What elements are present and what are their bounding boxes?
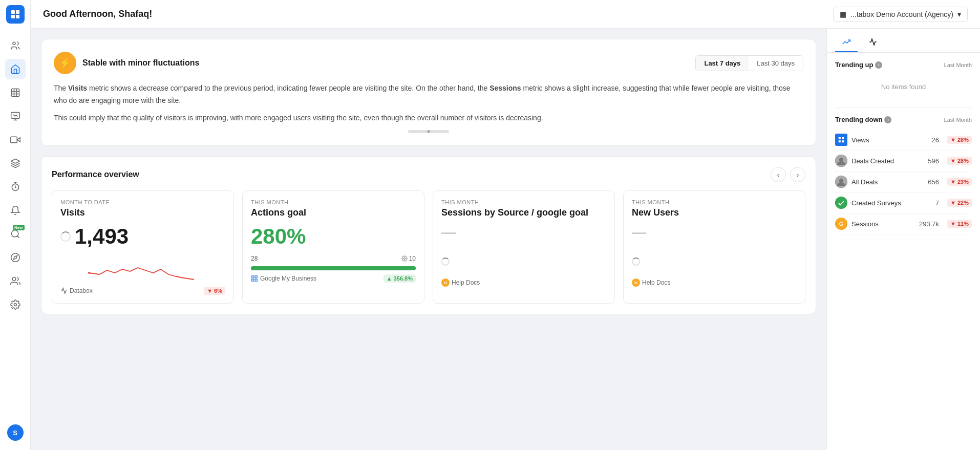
svg-rect-31 [842,137,844,139]
date-toggle: Last 7 days Last 30 days [695,55,803,71]
page-greeting: Good Afternoon, Shafaq! [43,9,833,19]
metric-label-sessions: This Month [441,199,606,205]
next-arrow[interactable]: › [790,167,805,182]
date-btn-30days[interactable]: Last 30 days [749,56,803,71]
svg-marker-20 [13,255,17,259]
svg-rect-32 [839,140,841,142]
metric-name-visits: Visits [60,207,225,218]
svg-point-23 [88,272,90,274]
svg-point-38 [835,197,847,209]
trending-down-section: Trending down i Last Month Views 26 ▼ 28… [827,108,980,243]
svg-point-17 [11,230,18,237]
trend-row-all-deals: All Deals 656 ▼ 23% [835,172,972,192]
metric-footer-sessions: H Help Docs [441,278,606,287]
metric-card-newusers: This Month New Users — H Help Docs [623,190,805,304]
sidebar-item-layers[interactable] [5,153,26,174]
trend-badge-all-deals: ▼ 23% [947,178,972,186]
sidebar-item-chart[interactable] [5,106,26,126]
sidebar-item-new[interactable]: New [5,224,26,244]
main-wrapper: Good Afternoon, Shafaq! ▦ ...tabox Demo … [31,0,980,450]
sidebar-item-users[interactable] [5,35,26,56]
metric-label-actions: This Month [251,199,416,205]
sidebar-item-numbers[interactable] [5,82,26,103]
svg-rect-27 [255,276,257,278]
sidebar-item-compass[interactable] [5,247,26,268]
svg-point-21 [12,277,16,281]
trending-down-title: Trending down i [835,116,891,123]
trend-badge-views: ▼ 28% [947,136,972,144]
user-avatar[interactable]: S [7,424,24,441]
sidebar-item-home[interactable] [5,59,26,79]
right-panel: Trending up i Last Month No items found … [826,29,980,450]
trending-up-title: Trending up i [835,61,882,69]
metric-value-newusers: — [632,224,797,241]
svg-rect-1 [16,10,19,14]
badge-visits: ▼ 6% [204,287,225,295]
trend-value-surveys: 7 [935,199,939,207]
svg-rect-28 [252,280,254,282]
panel-tab-pulse[interactable] [862,33,884,52]
metric-value-visits: 1,493 [60,224,225,249]
badge-actions: ▲ 356.8% [384,274,416,283]
date-btn-7days[interactable]: Last 7 days [696,56,749,71]
svg-point-25 [403,258,405,260]
sidebar-item-video[interactable] [5,130,26,150]
trend-icon-sessions: G [835,218,847,230]
trend-value-views: 26 [932,136,939,144]
collapse-handle[interactable]: ▾ [408,130,449,133]
progress-fill-actions [251,266,416,270]
sub-goal-actions: 10 [401,255,416,262]
prev-arrow[interactable]: ‹ [771,167,786,182]
metric-value-actions: 280% [251,224,416,249]
sidebar-item-timer[interactable] [5,177,26,197]
svg-rect-30 [839,137,841,139]
metric-chart-sessions [441,247,606,272]
sidebar-item-settings[interactable] [5,294,26,315]
spinner-newusers [632,258,640,266]
svg-point-37 [839,179,843,183]
nav-arrows: ‹ › [771,167,805,182]
grid-icon: ▦ [840,10,846,18]
sidebar-item-team[interactable] [5,271,26,291]
trending-down-header: Trending down i Last Month [835,116,972,123]
info-icon-up: i [875,61,882,69]
svg-text:G: G [839,221,844,227]
svg-rect-14 [10,137,16,143]
trend-icon-surveys [835,197,847,209]
trend-name-surveys: Created Surveys [851,199,931,207]
trend-name-sessions: Sessions [851,220,915,228]
svg-rect-3 [16,15,19,18]
source-visits: Databox [60,287,93,294]
metric-name-sessions: Sessions by Source / google goal [441,207,606,218]
trend-icon-all-deals [835,176,847,188]
trending-up-section: Trending up i Last Month No items found [827,53,980,107]
svg-point-24 [402,256,407,261]
account-selector[interactable]: ▦ ...tabox Demo Account (Agency) ▾ [833,7,968,22]
sidebar-item-bell[interactable] [5,200,26,221]
trend-name-views: Views [851,136,928,144]
metric-chart-visits [60,255,225,281]
svg-point-4 [13,42,15,45]
info-icon-down: i [884,116,891,123]
svg-rect-26 [252,276,254,278]
metric-footer-newusers: H Help Docs [632,278,797,287]
svg-point-22 [14,304,16,306]
sessions-bold: Sessions [489,84,521,92]
metric-card-actions: This Month Actions goal 280% 28 10 [242,190,424,304]
trending-down-period: Last Month [944,117,972,123]
panel-tab-trending[interactable] [835,33,858,52]
chevron-down-icon: ▾ [957,10,961,18]
app-logo[interactable] [6,5,25,24]
trend-badge-surveys: ▼ 22% [947,199,972,207]
insight-header-left: ⚡ Stable with minor fluctuations [54,52,199,74]
main-content: ⚡ Stable with minor fluctuations Last 7 … [31,29,826,450]
svg-rect-33 [842,140,844,142]
svg-rect-2 [11,15,15,18]
trending-up-header: Trending up i Last Month [835,61,972,69]
progress-bar-actions [251,266,416,270]
trend-row-sessions: G Sessions 293.7k ▼ 11% [835,213,972,234]
trend-row-deals-created: Deals Created 596 ▼ 28% [835,151,972,172]
help-icon-sessions: H [441,278,450,287]
metric-value-sessions: — [441,224,606,241]
visits-bold: Visits [68,84,87,92]
